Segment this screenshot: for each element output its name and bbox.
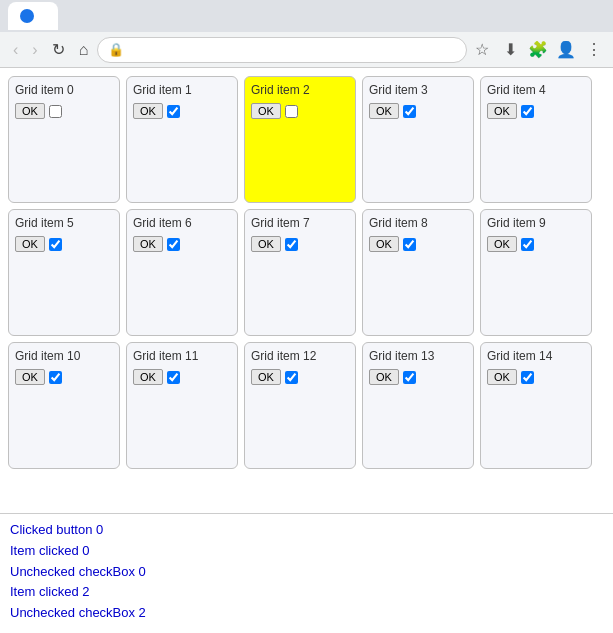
grid-item[interactable]: Grid item 10OK <box>8 342 120 469</box>
grid-item-label: Grid item 12 <box>251 349 349 363</box>
grid-item-controls: OK <box>15 236 113 252</box>
ok-button[interactable]: OK <box>251 236 281 252</box>
grid-item-controls: OK <box>251 236 349 252</box>
grid-row: Grid item 5OKGrid item 6OKGrid item 7OKG… <box>8 209 605 336</box>
grid-item-label: Grid item 6 <box>133 216 231 230</box>
grid-item[interactable]: Grid item 7OK <box>244 209 356 336</box>
profile-icon[interactable]: 👤 <box>555 39 577 61</box>
grid-item-label: Grid item 11 <box>133 349 231 363</box>
grid-item[interactable]: Grid item 5OK <box>8 209 120 336</box>
ok-button[interactable]: OK <box>487 236 517 252</box>
ok-button[interactable]: OK <box>487 103 517 119</box>
log-line: Unchecked checkBox 0 <box>10 562 603 583</box>
grid-item[interactable]: Grid item 14OK <box>480 342 592 469</box>
grid-item-label: Grid item 4 <box>487 83 585 97</box>
grid-item-label: Grid item 9 <box>487 216 585 230</box>
title-bar <box>0 0 613 32</box>
grid-checkbox[interactable] <box>285 371 298 384</box>
log-line: Item clicked 2 <box>10 582 603 603</box>
grid-checkbox[interactable] <box>167 105 180 118</box>
ok-button[interactable]: OK <box>369 103 399 119</box>
grid-item[interactable]: Grid item 9OK <box>480 209 592 336</box>
back-button[interactable]: ‹ <box>8 39 23 61</box>
ok-button[interactable]: OK <box>133 236 163 252</box>
reload-button[interactable]: ↻ <box>47 38 70 61</box>
grid-item-controls: OK <box>251 103 349 119</box>
grid-item-controls: OK <box>369 236 467 252</box>
ok-button[interactable]: OK <box>369 369 399 385</box>
grid-checkbox[interactable] <box>403 238 416 251</box>
grid-item-controls: OK <box>251 369 349 385</box>
lock-icon: 🔒 <box>108 42 124 57</box>
grid-item-controls: OK <box>487 103 585 119</box>
ok-button[interactable]: OK <box>15 369 45 385</box>
ok-button[interactable]: OK <box>15 103 45 119</box>
grid-checkbox[interactable] <box>521 238 534 251</box>
ok-button[interactable]: OK <box>251 103 281 119</box>
bookmark-icon[interactable]: ☆ <box>471 39 493 61</box>
tab-area <box>8 2 551 30</box>
ok-button[interactable]: OK <box>15 236 45 252</box>
address-bar[interactable]: 🔒 <box>97 37 467 63</box>
grid-item[interactable]: Grid item 1OK <box>126 76 238 203</box>
grid-item-controls: OK <box>133 103 231 119</box>
grid-item-controls: OK <box>369 369 467 385</box>
grid-item-label: Grid item 7 <box>251 216 349 230</box>
grid-item-controls: OK <box>133 369 231 385</box>
grid-item[interactable]: Grid item 8OK <box>362 209 474 336</box>
toolbar-icons: ☆ ⬇ 🧩 👤 ⋮ <box>471 39 605 61</box>
grid-item[interactable]: Grid item 6OK <box>126 209 238 336</box>
grid-checkbox[interactable] <box>167 238 180 251</box>
grid-item-label: Grid item 1 <box>133 83 231 97</box>
grid-item[interactable]: Grid item 12OK <box>244 342 356 469</box>
tab-favicon <box>20 9 34 23</box>
grid-item[interactable]: Grid item 2OK <box>244 76 356 203</box>
grid-checkbox[interactable] <box>167 371 180 384</box>
menu-icon[interactable]: ⋮ <box>583 39 605 61</box>
log-area: Clicked button 0Item clicked 0Unchecked … <box>0 513 613 633</box>
grid-item-label: Grid item 5 <box>15 216 113 230</box>
ok-button[interactable]: OK <box>251 369 281 385</box>
grid-item-controls: OK <box>369 103 467 119</box>
browser-frame: ‹ › ↻ ⌂ 🔒 ☆ ⬇ 🧩 👤 ⋮ Grid item 0OKGrid it… <box>0 0 613 633</box>
grid-item-label: Grid item 0 <box>15 83 113 97</box>
active-tab[interactable] <box>8 2 58 30</box>
log-line: Item clicked 0 <box>10 541 603 562</box>
grid-item[interactable]: Grid item 11OK <box>126 342 238 469</box>
grid-checkbox[interactable] <box>521 105 534 118</box>
new-tab-button[interactable] <box>58 26 70 30</box>
grid-checkbox[interactable] <box>403 371 416 384</box>
grid-item[interactable]: Grid item 13OK <box>362 342 474 469</box>
grid-checkbox[interactable] <box>49 105 62 118</box>
grid-checkbox[interactable] <box>49 238 62 251</box>
grid-area: Grid item 0OKGrid item 1OKGrid item 2OKG… <box>0 68 613 513</box>
grid-checkbox[interactable] <box>49 371 62 384</box>
grid-item[interactable]: Grid item 4OK <box>480 76 592 203</box>
forward-button[interactable]: › <box>27 39 42 61</box>
restore-button[interactable] <box>573 9 587 23</box>
navigation-toolbar: ‹ › ↻ ⌂ 🔒 ☆ ⬇ 🧩 👤 ⋮ <box>0 32 613 68</box>
log-line: Unchecked checkBox 2 <box>10 603 603 624</box>
grid-checkbox[interactable] <box>403 105 416 118</box>
ok-button[interactable]: OK <box>487 369 517 385</box>
grid-checkbox[interactable] <box>521 371 534 384</box>
content-wrapper: Grid item 0OKGrid item 1OKGrid item 2OKG… <box>0 68 613 633</box>
grid-item-label: Grid item 3 <box>369 83 467 97</box>
ok-button[interactable]: OK <box>133 369 163 385</box>
log-line: Clicked button 0 <box>10 520 603 541</box>
ok-button[interactable]: OK <box>133 103 163 119</box>
ok-button[interactable]: OK <box>369 236 399 252</box>
close-button[interactable] <box>591 9 605 23</box>
grid-item[interactable]: Grid item 0OK <box>8 76 120 203</box>
extensions-icon[interactable]: 🧩 <box>527 39 549 61</box>
download-icon[interactable]: ⬇ <box>499 39 521 61</box>
minimize-button[interactable] <box>555 9 569 23</box>
grid-checkbox[interactable] <box>285 105 298 118</box>
home-button[interactable]: ⌂ <box>74 39 94 61</box>
grid-row: Grid item 0OKGrid item 1OKGrid item 2OKG… <box>8 76 605 203</box>
grid-checkbox[interactable] <box>285 238 298 251</box>
grid-item-label: Grid item 2 <box>251 83 349 97</box>
grid-item-controls: OK <box>487 369 585 385</box>
grid-item-label: Grid item 13 <box>369 349 467 363</box>
grid-item[interactable]: Grid item 3OK <box>362 76 474 203</box>
